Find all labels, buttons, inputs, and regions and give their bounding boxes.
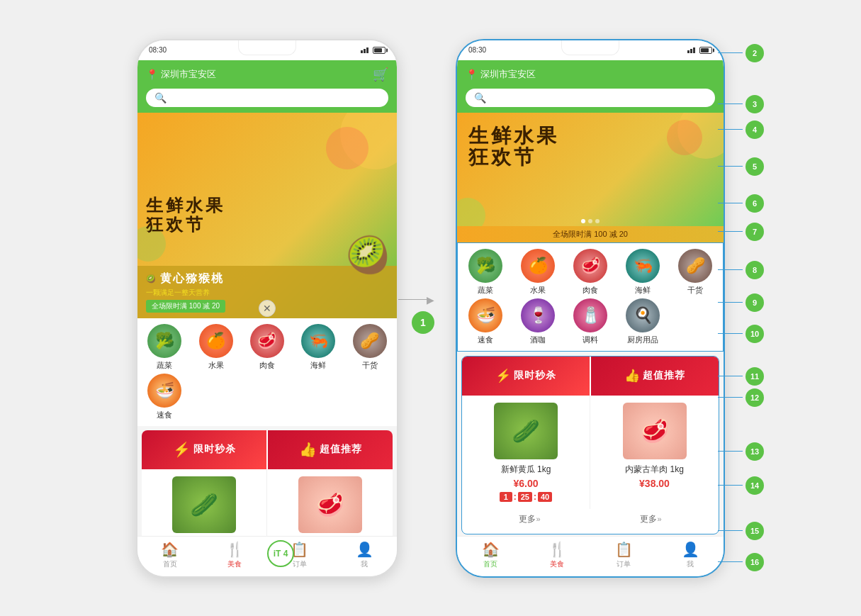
small-flash-sale-section: ⚡ 限时秒杀 ✕ 👍 超值推荐 🥒 [142, 430, 393, 536]
large-cat-veggie[interactable]: 🥦 蔬菜 [461, 249, 510, 296]
small-cat-seafood[interactable]: 🦐 海鲜 [294, 324, 342, 371]
large-search-input-wrap[interactable]: 🔍 [466, 89, 715, 107]
large-cat-meat[interactable]: 🥩 肉食 [565, 249, 615, 296]
large-phone-body[interactable]: 生鲜水果 狂欢节 全场限时满 100 减 20 [457, 113, 724, 536]
large-cat-seafood-icon: 🦐 [626, 249, 660, 283]
dot-1 [588, 219, 592, 223]
large-battery-icon [699, 47, 712, 54]
large-cucumber-img: 🥒 [494, 403, 558, 459]
large-recommend-label: 超值推荐 [643, 369, 685, 382]
small-cat-meat[interactable]: 🥩 肉食 [243, 324, 291, 371]
large-more-right[interactable]: 更多 » [590, 509, 711, 530]
small-battery-icon [373, 47, 386, 54]
ann-10-row: 10 [718, 325, 764, 343]
small-banner: 生鲜水果 狂欢节 🥝 黄心猕猴桃 一颗满足一整天营养 全场限时满 100 减 2… [137, 113, 397, 318]
ann-circle-3: 3 [745, 95, 764, 113]
large-product-name-2: 内蒙古羊肉 1kg [625, 464, 684, 476]
large-category-grid: 🥦 蔬菜 🍊 水果 🥩 肉食 🦐 海鲜 [457, 242, 724, 352]
large-cat-kitchen[interactable]: 🍳 厨房用品 [618, 298, 668, 345]
large-cat-spice[interactable]: 🧂 调料 [565, 298, 615, 345]
small-location-row: 📍 深圳市宝安区 [146, 68, 216, 81]
ann-16-line [718, 561, 743, 562]
ann-6-line [718, 203, 743, 203]
ann-circle-5: 5 [745, 157, 764, 176]
large-more-arrow-left: » [536, 515, 540, 523]
large-header: 📍 深圳市宝安区 [457, 60, 724, 89]
small-cat-fastfood-label: 速食 [157, 410, 172, 420]
large-phone-frame: 08:30 📍 深圳市宝安区 [456, 39, 725, 578]
ann-8-row: 8 [718, 261, 764, 279]
small-cat-meat-label: 肉食 [259, 360, 275, 371]
ann-circle-15: 15 [745, 522, 764, 540]
large-count-sep-1: : [514, 492, 517, 502]
small-cat-fastfood-icon: 🍜 [147, 374, 181, 408]
ann-15-line [718, 530, 743, 531]
large-phone-notch: 08:30 [457, 40, 724, 60]
small-search-input-wrap[interactable]: 🔍 [146, 89, 388, 107]
small-recommend-label: 超值推荐 [320, 443, 362, 456]
large-sig-bar-2 [690, 49, 692, 53]
large-cat-fruit-label: 水果 [530, 285, 546, 296]
ann-4-line [718, 129, 743, 130]
small-location-pin-icon: 📍 [146, 69, 158, 80]
large-product-price-1: ¥6.00 [513, 478, 538, 489]
small-nav-home-label: 首页 [163, 559, 177, 569]
small-phone-body[interactable]: 生鲜水果 狂欢节 🥝 黄心猕猴桃 一颗满足一整天营养 全场限时满 100 减 2… [137, 113, 397, 536]
small-cat-fruit[interactable]: 🍊 水果 [191, 324, 240, 371]
large-more-row: 更多 » 更多 » [462, 509, 719, 534]
small-cat-fastfood[interactable]: 🍜 速食 [140, 374, 188, 420]
page-wrapper: 08:30 📍 深圳市宝安区 [136, 39, 725, 578]
large-cat-fastfood[interactable]: 🍜 速食 [461, 298, 510, 345]
large-nav-home[interactable]: 🏠 首页 [471, 541, 510, 569]
sig-bar-2 [364, 49, 366, 53]
ann-circle-1-wrap: 1 [412, 311, 434, 334]
small-cat-veggie[interactable]: 🥦 蔬菜 [140, 324, 188, 371]
large-nav-me[interactable]: 👤 我 [671, 541, 710, 569]
large-count-s: 40 [538, 492, 552, 502]
small-search-input[interactable] [171, 93, 380, 103]
ann-10-line [718, 333, 743, 334]
large-phone-content: 📍 深圳市宝安区 🔍 [457, 60, 724, 576]
large-more-left-text: 更多 [519, 513, 536, 525]
small-cucumber-img: 🥒 [172, 476, 236, 533]
large-cat-fruit-icon: 🍊 [521, 249, 555, 283]
small-cat-dry[interactable]: 🥜 干货 [346, 324, 394, 371]
dot-active [581, 219, 585, 223]
large-cat-fruit[interactable]: 🍊 水果 [513, 249, 563, 296]
large-search-input[interactable] [490, 93, 707, 103]
sig-bar-1 [361, 50, 363, 53]
large-nav-order[interactable]: 📋 订单 [604, 541, 643, 569]
large-nav-order-icon: 📋 [615, 541, 633, 558]
large-cat-seafood[interactable]: 🦐 海鲜 [618, 249, 668, 296]
ann-5-line [718, 166, 743, 167]
small-cat-seafood-icon: 🦐 [301, 324, 335, 358]
large-deco-2 [667, 120, 702, 155]
large-cat-dry[interactable]: 🥜 干货 [670, 249, 720, 296]
large-cat-spice-icon: 🧂 [573, 298, 607, 332]
small-cat-veggie-icon: 🥦 [147, 324, 181, 358]
fruit-icon-sm: 🥝 [146, 274, 156, 284]
small-cart-icon[interactable]: 🛒 [373, 67, 388, 82]
large-sig-bar-1 [687, 50, 690, 53]
ann-circle-7: 7 [745, 223, 764, 241]
large-nav-food[interactable]: 🍴 美食 [538, 541, 577, 569]
small-cat-fruit-label: 水果 [208, 360, 224, 371]
small-nav-me[interactable]: 👤 我 [345, 541, 384, 569]
ann-5-row: 5 [718, 157, 764, 176]
large-more-left[interactable]: 更多 » [469, 509, 590, 530]
small-nav-home[interactable]: 🏠 首页 [150, 541, 189, 569]
large-cat-fastfood-icon: 🍜 [468, 298, 502, 332]
small-cat-meat-icon: 🥩 [250, 324, 284, 358]
large-cat-wine[interactable]: 🍷 酒咖 [513, 298, 563, 345]
ann-circle-9: 9 [745, 293, 764, 312]
large-sig-bar-3 [693, 47, 695, 53]
small-nav-food[interactable]: 🍴 美食 [215, 541, 254, 569]
large-more-arrow-right: » [657, 515, 661, 523]
small-product-card-1: 🥒 新鲜黄瓜 1kg ¥6.00 1 : 25 : 40 [142, 469, 267, 536]
large-cat-meat-icon: 🥩 [573, 249, 607, 283]
connector-arrowhead: ▶ [427, 294, 434, 306]
large-signal-icon [687, 47, 695, 53]
ann-circle-1: 1 [412, 311, 434, 334]
ann-circle-2: 2 [745, 44, 764, 62]
small-nav-me-label: 我 [361, 559, 368, 569]
